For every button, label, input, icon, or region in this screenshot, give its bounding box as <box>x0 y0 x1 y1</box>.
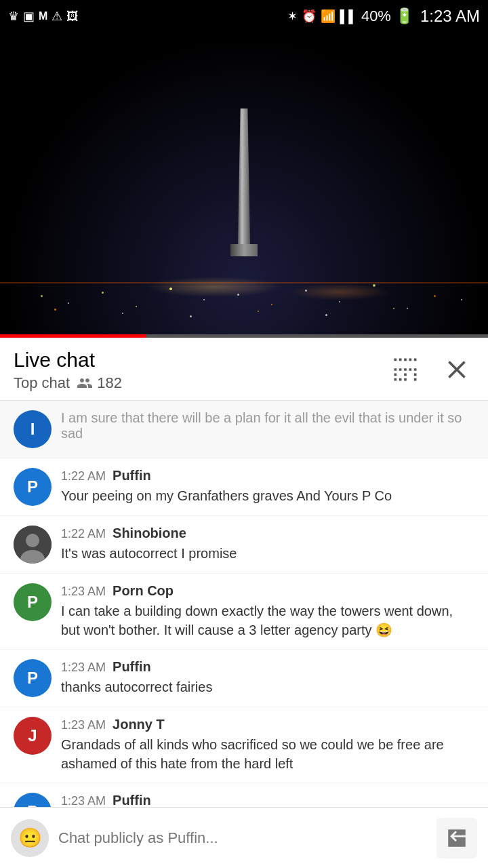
message-meta: 1:23 AM Puffin <box>61 793 474 808</box>
live-chat-title: Live chat <box>14 349 122 372</box>
status-bar: ♛ ▣ M ⚠ 🖼 ✶ ⏰ 📶 ▌▌ 40% 🔋 1:23 AM <box>0 0 488 33</box>
close-button[interactable] <box>439 352 474 389</box>
svg-point-1 <box>26 534 39 547</box>
washington-monument <box>230 108 258 256</box>
avatar: P <box>14 468 52 506</box>
send-icon <box>445 827 468 850</box>
chat-message: P 1:23 AM Porn Cop I can take a building… <box>0 574 488 650</box>
send-button[interactable] <box>436 818 477 859</box>
alarm-icon: ⏰ <box>302 9 317 24</box>
message-author: Porn Cop <box>113 583 174 599</box>
message-author: Jonny T <box>113 717 165 732</box>
chat-messages: I I am sure that there will be a plan fo… <box>0 401 488 868</box>
status-left-icons: ♛ ▣ M ⚠ 🖼 <box>8 9 79 24</box>
viewers-icon <box>77 375 93 391</box>
wifi-icon: 📶 <box>321 9 336 24</box>
message-content: 1:23 AM Jonny T Grandads of all kinds wh… <box>61 717 474 773</box>
video-progress-bar[interactable] <box>0 334 488 338</box>
message-time: 1:23 AM <box>61 660 106 675</box>
message-content: I am sure that there will be a plan for … <box>61 410 474 441</box>
avatar: J <box>14 717 52 755</box>
chat-input-bar: 😐 <box>0 807 488 868</box>
message-text: thanks autocorrect fairies <box>61 679 212 694</box>
message-content: 1:23 AM Puffin thanks autocorrect fairie… <box>61 659 474 696</box>
status-right-info: ✶ ⏰ 📶 ▌▌ 40% 🔋 1:23 AM <box>287 7 480 26</box>
chat-message: P 1:23 AM Puffin thanks autocorrect fair… <box>0 650 488 707</box>
message-content: 1:22 AM Shinobione It's was autocorrect … <box>61 526 474 563</box>
message-meta: 1:23 AM Puffin <box>61 659 474 675</box>
viewer-count: 182 <box>77 374 122 392</box>
message-content: 1:22 AM Puffin Your peeing on my Granfat… <box>61 468 474 505</box>
city-lights <box>0 250 488 338</box>
message-content: 1:23 AM Porn Cop I can take a building d… <box>61 583 474 639</box>
emoji-button[interactable]: 😐 <box>11 819 49 857</box>
signal-icon: ▌▌ <box>340 9 357 24</box>
crown-icon: ♛ <box>8 9 19 24</box>
battery-icon: 🔋 <box>395 7 413 25</box>
bluetooth-icon: ✶ <box>287 9 298 24</box>
folder-icon: ▣ <box>23 9 35 24</box>
avatar: P <box>14 583 52 621</box>
avatar: I <box>14 410 52 448</box>
live-chat-section: Live chat Top chat 182 <box>0 338 488 868</box>
video-player[interactable] <box>0 33 488 338</box>
chat-message: P 1:22 AM Puffin Your peeing on my Granf… <box>0 458 488 516</box>
message-time: 1:23 AM <box>61 585 106 599</box>
message-meta: 1:22 AM Shinobione <box>61 526 474 541</box>
avatar: P <box>14 659 52 697</box>
m-icon: M <box>39 10 47 22</box>
message-meta: 1:22 AM Puffin <box>61 468 474 484</box>
message-text: Grandads of all kinds who sacrificed so … <box>61 737 444 771</box>
chat-message: I I am sure that there will be a plan fo… <box>0 401 488 458</box>
message-time: 1:22 AM <box>61 469 106 484</box>
battery-percentage: 40% <box>361 7 391 25</box>
emoji-icon: 😐 <box>18 827 42 849</box>
image-icon: 🖼 <box>66 9 79 24</box>
message-time: 1:23 AM <box>61 794 106 808</box>
message-author: Puffin <box>113 468 151 484</box>
video-progress-fill <box>0 334 146 338</box>
filter-button[interactable] <box>388 352 423 389</box>
message-author: Puffin <box>113 659 151 675</box>
top-chat-row: Top chat 182 <box>14 374 122 392</box>
chat-message: 1:22 AM Shinobione It's was autocorrect … <box>0 516 488 574</box>
message-text: It's was autocorrect I promise <box>61 546 237 561</box>
message-meta: 1:23 AM Jonny T <box>61 717 474 732</box>
viewer-count-number: 182 <box>97 374 122 392</box>
avatar <box>14 526 52 564</box>
close-icon <box>442 355 472 384</box>
message-time: 1:22 AM <box>61 527 106 541</box>
warning-icon: ⚠ <box>52 9 62 24</box>
top-chat-label: Top chat <box>14 374 70 392</box>
truncated-text: I am sure that there will be a plan for … <box>61 410 462 441</box>
time-display: 1:23 AM <box>420 7 480 26</box>
message-author: Puffin <box>113 793 151 808</box>
message-time: 1:23 AM <box>61 718 106 732</box>
chat-message: J 1:23 AM Jonny T Grandads of all kinds … <box>0 707 488 783</box>
filter-icon <box>390 355 420 384</box>
avatar-image <box>14 526 52 564</box>
header-actions <box>388 352 474 389</box>
chat-input-field[interactable] <box>58 819 427 857</box>
message-meta: 1:23 AM Porn Cop <box>61 583 474 599</box>
message-text: I can take a building down exactly the w… <box>61 604 453 637</box>
message-text: Your peeing on my Granfathers graves And… <box>61 488 392 503</box>
message-author: Shinobione <box>113 526 186 541</box>
live-chat-title-area: Live chat Top chat 182 <box>14 349 122 392</box>
live-chat-header: Live chat Top chat 182 <box>0 338 488 392</box>
